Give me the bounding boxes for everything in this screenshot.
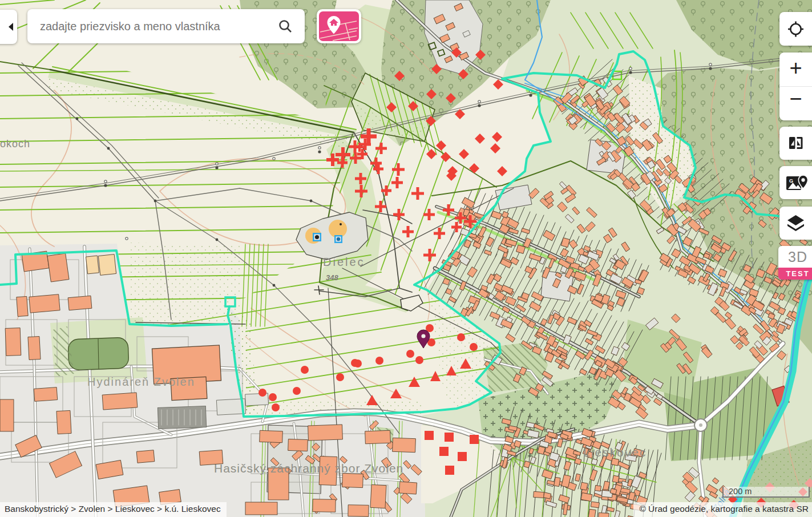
svg-text:G: G: [789, 178, 793, 184]
svg-text:348: 348: [326, 273, 338, 282]
svg-text:okoch: okoch: [0, 138, 30, 150]
svg-text:Hydináreň Zvolen: Hydináreň Zvolen: [87, 375, 195, 388]
svg-text:Dielec: Dielec: [323, 256, 365, 268]
svg-text:Lieskovec: Lieskovec: [583, 446, 647, 459]
svg-text:Hasičský záchranný zbor Zvolen: Hasičský záchranný zbor Zvolen: [214, 462, 403, 475]
